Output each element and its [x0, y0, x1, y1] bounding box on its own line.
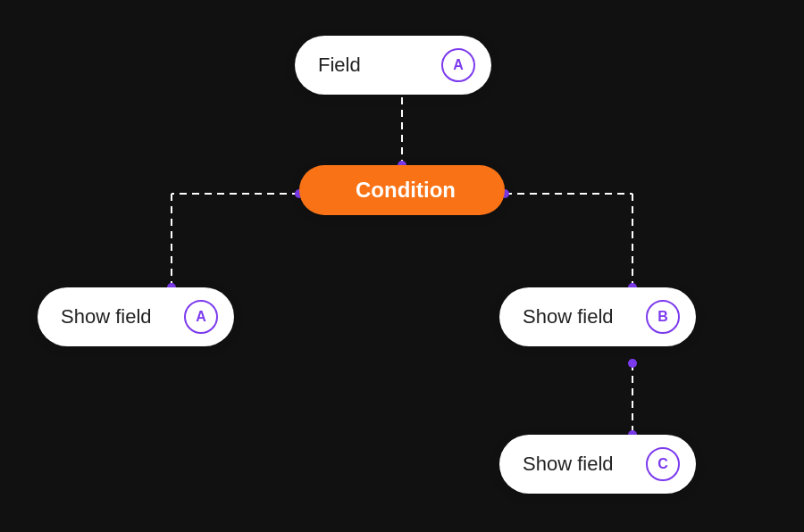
- show-field-b-label: Show field: [523, 305, 633, 328]
- field-node-label: Field: [318, 54, 429, 77]
- show-field-a-node[interactable]: Show field A: [38, 287, 234, 346]
- field-node[interactable]: Field A: [295, 36, 491, 95]
- field-node-badge: A: [441, 48, 475, 82]
- svg-point-12: [628, 359, 637, 368]
- show-field-c-node[interactable]: Show field C: [499, 435, 696, 494]
- show-field-a-badge: A: [184, 300, 218, 334]
- show-field-b-node[interactable]: Show field B: [499, 287, 696, 346]
- show-field-a-label: Show field: [61, 305, 172, 328]
- show-field-c-badge: C: [646, 447, 680, 481]
- canvas: Field A Condition Show field A Show fiel…: [0, 0, 804, 532]
- show-field-c-label: Show field: [523, 453, 633, 476]
- condition-node-label: Condition: [322, 178, 489, 203]
- show-field-b-badge: B: [646, 300, 680, 334]
- condition-node[interactable]: Condition: [299, 165, 505, 215]
